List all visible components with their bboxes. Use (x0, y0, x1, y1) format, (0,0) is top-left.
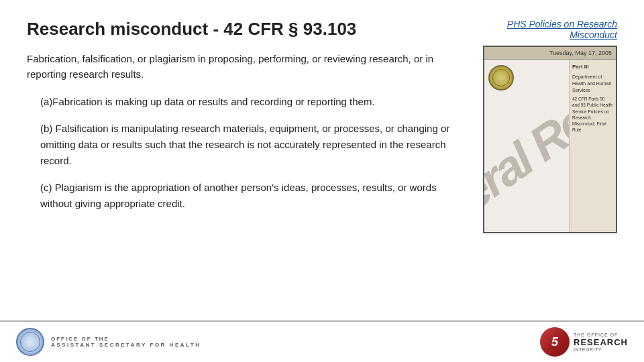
footer-seal (16, 328, 44, 356)
fr-right-info: Part III Department of Health and Human … (569, 60, 616, 232)
federal-register-image: Tuesday, May 17, 2005 Federal Register P… (483, 46, 617, 233)
section-c-text: (c) Plagiarism is the appropriation of a… (40, 180, 456, 212)
ori-top-text: THE OFFICE OF (574, 333, 618, 337)
ori-main-text: RESEARCH (574, 337, 628, 347)
footer-bar: OFFICE OF THE ASSISTANT SECRETARY FOR HE… (0, 320, 644, 362)
footer-line1: OFFICE OF THE (51, 336, 201, 342)
right-panel: PHS Policies on Research Misconduct Tues… (470, 19, 617, 233)
fr-body: Federal Register Part III Department of … (484, 60, 616, 232)
ori-logo: 5 THE OFFICE OF RESEARCH INTEGRITY (540, 327, 628, 357)
section-b-text: (b) Falsification is manipulating resear… (40, 121, 456, 169)
ori-text-block: THE OFFICE OF RESEARCH INTEGRITY (574, 333, 628, 352)
footer-line2: ASSISTANT SECRETARY FOR HEALTH (51, 342, 201, 348)
section-a: (a)Fabrication is making up data or resu… (27, 94, 456, 110)
fr-sub-text: 42 CFR Parts 50 and 93 Public Health Ser… (572, 96, 613, 133)
section-b: (b) Falsification is manipulating resear… (27, 121, 456, 169)
fr-dept: Department of Health and Human Services (572, 74, 613, 93)
ori-circle-icon: 5 (540, 327, 570, 357)
footer-text: OFFICE OF THE ASSISTANT SECRETARY FOR HE… (51, 336, 201, 348)
section-a-text: (a)Fabrication is making up data or resu… (40, 94, 456, 110)
main-content: Research misconduct - 42 CFR § 93.103 Fa… (0, 0, 644, 233)
footer-left: OFFICE OF THE ASSISTANT SECRETARY FOR HE… (16, 328, 201, 356)
ori-circle-text: 5 (551, 335, 558, 349)
footer-right: 5 THE OFFICE OF RESEARCH INTEGRITY (540, 327, 628, 357)
left-content: Research misconduct - 42 CFR § 93.103 Fa… (27, 19, 456, 233)
phs-link[interactable]: PHS Policies on Research Misconduct (470, 19, 617, 40)
intro-text: Fabrication, falsification, or plagiaris… (27, 52, 456, 82)
fr-header: Tuesday, May 17, 2005 (484, 47, 616, 60)
fr-date: Tuesday, May 17, 2005 (549, 50, 612, 56)
footer-seal-inner (20, 332, 40, 352)
ori-sub-text: INTEGRITY (574, 347, 602, 352)
footer-seal-circle (16, 328, 44, 356)
page-title: Research misconduct - 42 CFR § 93.103 (27, 19, 456, 40)
section-c: (c) Plagiarism is the appropriation of a… (27, 180, 456, 212)
fr-part: Part III (572, 64, 613, 70)
